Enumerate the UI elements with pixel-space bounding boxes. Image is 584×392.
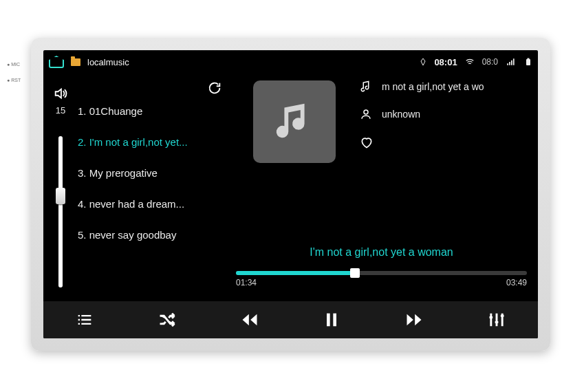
volume-slider[interactable] xyxy=(58,136,63,287)
progress-bar[interactable] xyxy=(236,271,527,275)
bezel-labels: ● MIC ● RST xyxy=(7,62,21,83)
pause-button[interactable] xyxy=(321,309,343,331)
secondary-clock: 08:0 xyxy=(482,57,498,67)
speaker-icon[interactable] xyxy=(53,86,68,101)
playlist: 1. 01Chuange2. I'm not a girl,not yet...… xyxy=(78,74,229,301)
wifi-icon xyxy=(464,57,475,67)
time-total: 03:49 xyxy=(506,278,527,287)
status-bar: localmusic 08:01 08:0 xyxy=(43,50,538,74)
meta-artist: unknown xyxy=(360,108,530,120)
now-playing: I'm not a girl,not yet a woman 01:34 03:… xyxy=(236,246,527,287)
previous-icon xyxy=(240,310,259,329)
meta-artist-text: unknown xyxy=(382,109,420,120)
pause-icon xyxy=(322,310,341,329)
next-button[interactable] xyxy=(403,309,425,331)
svg-point-2 xyxy=(364,110,368,114)
volume-value: 15 xyxy=(56,105,65,116)
screen: localmusic 08:01 08:0 15 xyxy=(43,50,538,338)
battery-icon xyxy=(524,56,532,67)
playlist-item[interactable]: 3. My prerogative xyxy=(78,157,229,188)
rst-label: ● RST xyxy=(7,78,21,83)
signal-icon xyxy=(505,57,517,67)
svg-rect-4 xyxy=(334,314,337,327)
device-bezel: localmusic 08:01 08:0 15 xyxy=(31,38,550,351)
playlist-item[interactable]: 2. I'm not a girl,not yet... xyxy=(78,127,229,157)
diamond-icon xyxy=(419,58,427,66)
previous-button[interactable] xyxy=(239,309,261,331)
now-playing-title: I'm not a girl,not yet a woman xyxy=(236,246,527,259)
list-button[interactable] xyxy=(74,309,96,331)
svg-rect-1 xyxy=(528,58,530,60)
download-icon xyxy=(402,57,412,67)
shuffle-button[interactable] xyxy=(156,309,178,331)
shuffle-icon xyxy=(158,310,177,329)
meta-song-text: m not a girl,not yet a wo xyxy=(382,81,484,92)
meta-favorite[interactable] xyxy=(360,135,530,149)
volume-thumb[interactable] xyxy=(56,188,65,204)
volume-fill xyxy=(58,136,63,287)
clock: 08:01 xyxy=(434,57,457,67)
progress-fill xyxy=(236,271,355,275)
refresh-icon[interactable] xyxy=(207,80,222,96)
playlist-item[interactable]: 4. never had a dream... xyxy=(78,188,229,219)
music-note-icon xyxy=(360,80,372,93)
volume-column: 15 xyxy=(43,74,78,301)
next-icon xyxy=(404,310,424,329)
svg-rect-3 xyxy=(327,314,330,327)
time-elapsed: 01:34 xyxy=(236,278,257,287)
equalizer-icon xyxy=(487,310,506,329)
playlist-item[interactable]: 1. 01Chuange xyxy=(78,96,229,127)
music-note-icon xyxy=(270,98,318,146)
list-icon xyxy=(75,310,94,329)
playlist-item[interactable]: 5. never say goodbay xyxy=(78,219,229,250)
progress-thumb[interactable] xyxy=(350,268,360,278)
person-icon xyxy=(360,108,372,120)
album-art xyxy=(253,80,336,163)
svg-rect-0 xyxy=(526,59,530,65)
mic-label: ● MIC xyxy=(7,62,21,67)
meta-song: m not a girl,not yet a wo xyxy=(360,80,530,93)
transport-controls xyxy=(43,301,538,338)
folder-icon xyxy=(71,58,80,66)
equalizer-button[interactable] xyxy=(486,309,508,331)
heart-icon[interactable] xyxy=(360,135,374,149)
home-icon[interactable] xyxy=(49,56,64,68)
app-title: localmusic xyxy=(87,57,129,67)
